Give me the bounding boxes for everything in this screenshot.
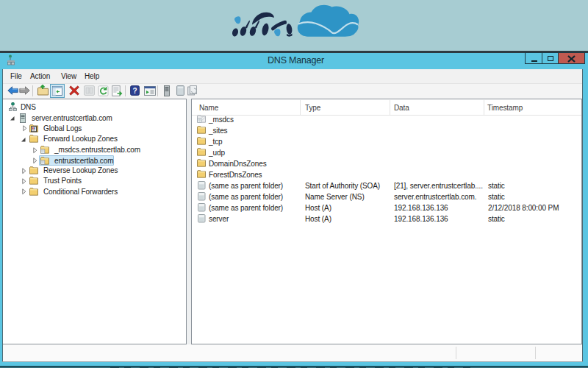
svg-text:?: ? — [132, 87, 137, 95]
